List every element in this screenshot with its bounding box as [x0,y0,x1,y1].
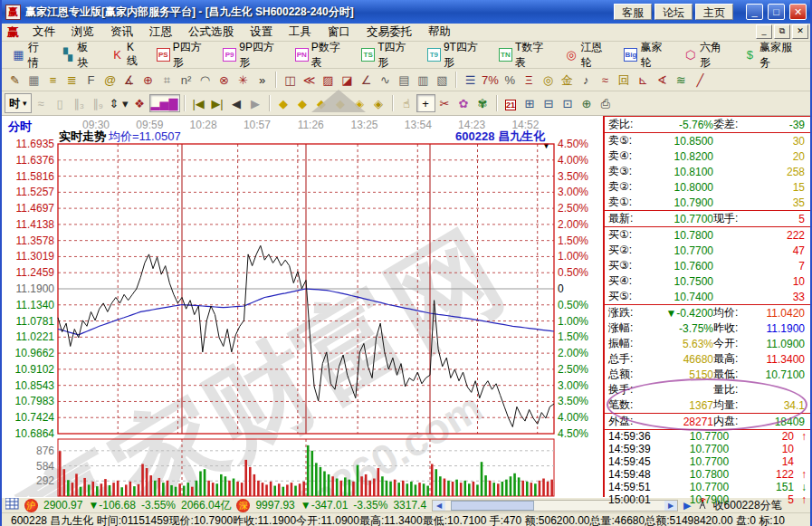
arc-tool-icon[interactable]: ◠ [196,71,215,89]
wave-arc-tool-icon[interactable]: ≈ [596,71,615,89]
pattern-icon[interactable]: ❖ [130,94,149,112]
menu-gann[interactable]: 江恩 [141,24,180,40]
scroll-left-arrow[interactable]: ◀ [433,501,445,511]
slope-tool-icon[interactable]: ╱ [691,71,710,89]
cut-tool-icon[interactable]: ✂ [435,94,454,112]
menu-help[interactable]: 帮助 [420,24,459,40]
sectors-button[interactable]: ▚板块 [55,44,105,66]
menu-news[interactable]: 资讯 [102,24,141,40]
scribble-icon[interactable]: ≈ [32,94,51,112]
support-button[interactable]: 客服 [614,4,652,20]
gold-box-tool-icon[interactable]: 回 [615,71,634,89]
expand-right-diamond-icon[interactable]: ◆ [293,94,312,112]
nine-p-square-button[interactable]: P99P四方形 [216,44,289,66]
intraday-chart[interactable]: 赢家财富网www.yingjia360.comQQ:1731457640实时走势… [2,116,603,497]
winner-wheel-button[interactable]: Big赢家轮 [617,44,677,66]
knot-tool-icon[interactable]: ✾ [473,94,492,112]
pen-tool-icon[interactable]: ✎ [5,71,24,89]
hatch-tool-icon[interactable]: ⌗ [158,71,177,89]
crosshair-tool-icon[interactable]: + [416,94,435,112]
hand-tool-icon[interactable]: ☝ [397,94,416,112]
fan-lines-tool-icon[interactable]: ≪ [300,71,319,89]
menu-settings[interactable]: 设置 [242,24,281,40]
bars3-icon[interactable]: ∥₃ [70,94,89,112]
golden-section-tool-icon[interactable]: ≣ [62,71,81,89]
time-period-button[interactable]: 时 ▾ [5,93,32,113]
steps-tool-icon[interactable]: ≋ [672,71,691,89]
quotes-button[interactable]: ▦行情 [5,44,55,66]
h-compress-diamond-icon[interactable]: ◆ [331,94,350,112]
first-page-icon[interactable]: |◀ [189,94,208,112]
gann-grid-tool-icon[interactable]: ▦ [24,71,43,89]
quotes-grid-icon[interactable] [5,498,19,512]
clipboard-icon[interactable]: ▯ [51,94,70,112]
five-levels-tool-icon[interactable]: Ξ [520,71,539,89]
cross-diamond-icon[interactable]: ◈ [369,94,388,112]
star-tool-icon[interactable]: ✳ [234,71,253,89]
n-square-tool-icon[interactable]: n² [177,71,196,89]
calculator-icon[interactable]: ⊞ [521,94,540,112]
gann-wheel-button[interactable]: ◎江恩轮 [559,44,618,66]
horizontal-scrollbar[interactable]: ◀▶ [432,500,678,512]
gold-bar-tool-icon[interactable]: 金 [558,71,577,89]
menu-browse[interactable]: 浏览 [63,24,102,40]
next-page-icon[interactable]: ▶ [246,94,265,112]
candle-dropdown-icon[interactable]: ⇕ ▾ [108,94,130,112]
grid-box2-tool-icon[interactable]: ▥ [414,71,433,89]
p-square-button[interactable]: PSP四方形 [150,44,216,66]
menu-tools[interactable]: 工具 [281,24,320,40]
kline-button[interactable]: KK线 [104,44,150,66]
percent-tool-icon[interactable]: % [501,71,520,89]
web-save-icon[interactable]: ⊕ [578,94,597,112]
maximize-button[interactable]: □ [768,4,785,20]
angle-up-tool-icon[interactable]: ⊾ [634,71,653,89]
homepage-button[interactable]: 主页 [695,4,733,20]
p-number-table-button[interactable]: PNP数字表 [289,44,355,66]
menu-window[interactable]: 窗口 [320,24,358,40]
percent7-tool-icon[interactable]: 7% [480,71,501,89]
calendar-icon[interactable]: 21 [502,94,521,112]
save-icon[interactable]: ⊡ [559,94,578,112]
spiral-tool-icon[interactable]: @ [100,71,119,89]
frame-tool-icon[interactable]: ◫ [281,71,300,89]
menu-restore-button[interactable]: ⧉ [774,24,790,39]
grid-box-tool-icon[interactable]: ▤ [395,71,414,89]
shade-box-tool-icon[interactable]: ◪ [338,71,357,89]
flower-tool-icon[interactable]: ✿ [454,94,473,112]
winner-service-button[interactable]: $赢家服务 [737,44,807,66]
menu-minimize-button[interactable]: _ [756,24,772,39]
t-number-table-button[interactable]: TNT数字表 [492,44,559,66]
compress-left-diamond-icon[interactable]: ◆ [274,94,293,112]
red-grid-tool-icon[interactable]: ▨ [319,71,338,89]
printer-icon[interactable]: ⎙ [597,94,616,112]
scroll-thumb[interactable] [451,501,534,511]
hatch2-tool-icon[interactable]: ▧ [433,71,452,89]
crosshair-circle-tool-icon[interactable]: ⊗ [215,71,234,89]
menu-file[interactable]: 文件 [24,24,63,40]
fibonacci-tool-icon[interactable]: F [81,71,100,89]
menu-close-button[interactable]: ✕ [792,24,808,39]
gann-circle-tool-icon[interactable]: ⊕ [139,71,158,89]
t-square-button[interactable]: TST四方形 [355,44,421,66]
price-table-tool-icon[interactable]: ☰ [461,71,480,89]
angle-measure-tool-icon[interactable]: ∡ [119,71,139,89]
close-button[interactable]: ✕ [789,4,807,20]
chart-pane[interactable]: 分时 赢家财富网www.yingjia360.comQQ:1731457640实… [2,116,603,497]
bars9-icon[interactable]: ∥₉ [89,94,108,112]
volume-profile-icon[interactable]: ▂▅▇ [149,94,180,112]
forum-button[interactable]: 论坛 [654,4,693,20]
menu-formula-stock-pick[interactable]: 公式选股 [180,24,242,40]
h-expand-diamond-icon[interactable]: ◆ [312,94,331,112]
prev-page-icon[interactable]: ◀ [227,94,246,112]
golden-ratio-tool-icon[interactable]: ≡ [43,71,62,89]
menu-trade[interactable]: 交易委托 [358,24,420,40]
more-tools-chevron-icon[interactable]: » [253,71,272,89]
trend-angle-tool-icon[interactable]: ∠ [357,71,376,89]
minimize-button[interactable]: _ [746,4,763,20]
center-diamond-icon[interactable]: ◈ [350,94,369,112]
note-tool-icon[interactable]: ♪ [577,71,596,89]
last-page-icon[interactable]: ▶| [208,94,227,112]
gold-circle-tool-icon[interactable]: ◎ [539,71,558,89]
nine-t-square-button[interactable]: T99T四方形 [421,44,492,66]
hexagon-button[interactable]: ⬡六角形 [677,44,737,66]
